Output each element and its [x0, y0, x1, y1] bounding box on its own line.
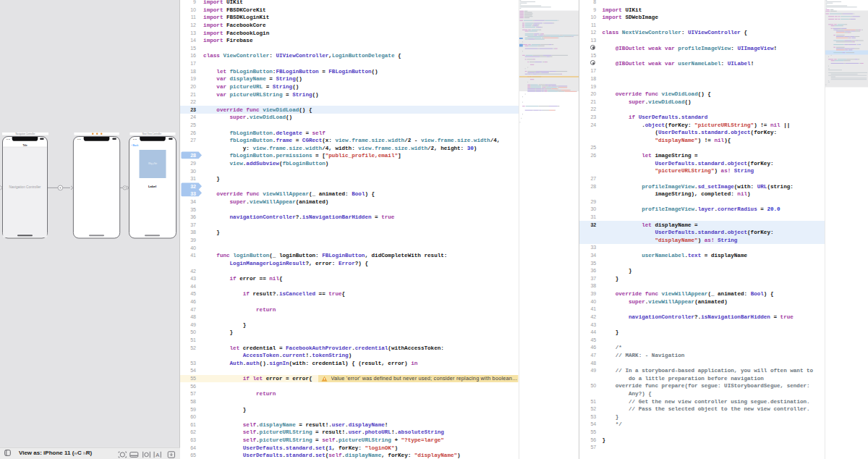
svg-text:9:41: 9:41: [77, 138, 81, 140]
svg-text:‹ Back: ‹ Back: [132, 144, 139, 147]
svg-text:Label: Label: [148, 185, 156, 188]
svg-text:Navigation Controller: Navigation Controller: [9, 185, 41, 189]
svg-text:9:41: 9:41: [7, 138, 10, 140]
svg-text:9:41: 9:41: [133, 138, 137, 140]
svg-text:A: A: [156, 452, 159, 458]
svg-text:Next View Controller: Next View Controller: [142, 132, 161, 135]
svg-text:Title: Title: [22, 144, 27, 147]
svg-text:Navigation Controller: Navigation Controller: [16, 132, 35, 135]
svg-text:Wkg y Not: Wkg y Not: [148, 162, 157, 165]
